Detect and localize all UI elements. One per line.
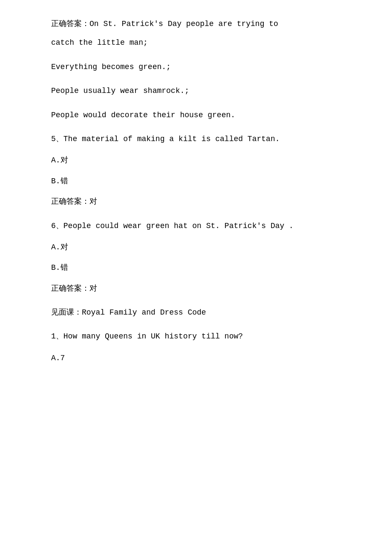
question5-optionA: A.对 xyxy=(26,153,366,167)
question6-text: 6、People could wear green hat on St. Pat… xyxy=(26,219,366,233)
correct-answer-line1: 正确答案：On St. Patrick's Day people are try… xyxy=(26,17,366,31)
question5-answer: 正确答案：对 xyxy=(26,195,366,208)
answer-text-part1: On St. Patrick's Day people are trying t… xyxy=(89,20,278,28)
answer-text-part2: catch the little man; xyxy=(26,36,366,49)
question5-block: 5、The material of making a kilt is calle… xyxy=(26,132,366,209)
question1-optionA: A.7 xyxy=(26,351,366,365)
item1-block: Everything becomes green.; xyxy=(26,60,366,74)
question1-block: 1、How many Queens in UK history till now… xyxy=(26,330,366,365)
item1-text: Everything becomes green.; xyxy=(26,60,366,74)
question6-optionB: B.错 xyxy=(26,261,366,275)
item3-block: People would decorate their house green. xyxy=(26,108,366,122)
section-label: 见面课：Royal Family and Dress Code xyxy=(26,306,366,319)
item2-text: People usually wear shamrock.; xyxy=(26,84,366,98)
question6-optionA: A.对 xyxy=(26,240,366,254)
question6-answer: 正确答案：对 xyxy=(26,282,366,295)
correct-answer-label: 正确答案： xyxy=(51,20,89,28)
question1-text: 1、How many Queens in UK history till now… xyxy=(26,330,366,343)
question5-optionB: B.错 xyxy=(26,174,366,188)
main-content: 正确答案：On St. Patrick's Day people are try… xyxy=(26,17,366,365)
answer-block-prev: 正确答案：On St. Patrick's Day people are try… xyxy=(26,17,366,50)
question5-text: 5、The material of making a kilt is calle… xyxy=(26,132,366,146)
item2-block: People usually wear shamrock.; xyxy=(26,84,366,98)
item3-text: People would decorate their house green. xyxy=(26,108,366,122)
question6-block: 6、People could wear green hat on St. Pat… xyxy=(26,219,366,296)
section-block: 见面课：Royal Family and Dress Code xyxy=(26,306,366,319)
